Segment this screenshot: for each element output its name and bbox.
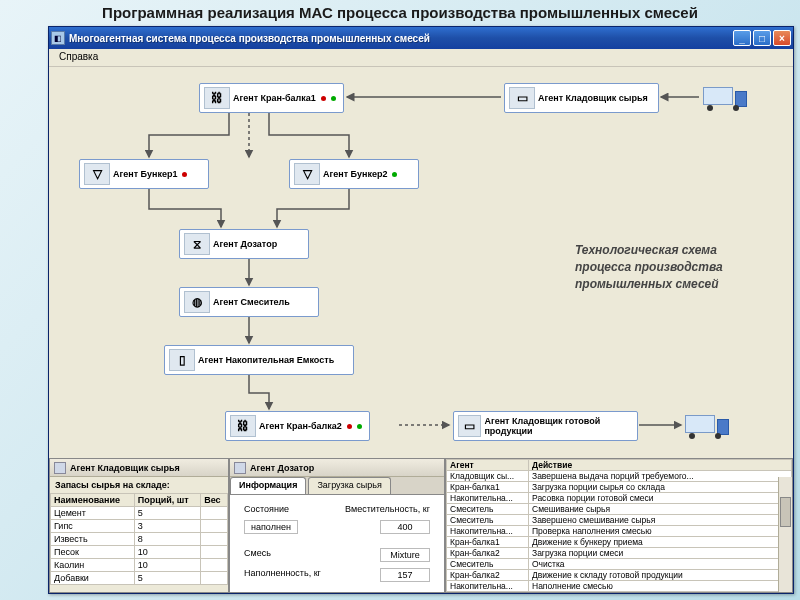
agent-crane1[interactable]: ⛓Агент Кран-балка1 [199,83,344,113]
capacity-label: Вместительность, кг [345,504,430,514]
panel-title[interactable]: Агент Дозатор [230,459,444,477]
col-portions[interactable]: Порций, шт [134,494,200,507]
tab-info[interactable]: Информация [230,477,306,494]
table-row: Известь8 [51,533,228,546]
table-row: СмесительЗавершено смешивание сырья [447,515,792,526]
table-row: Каолин10 [51,559,228,572]
log-table: АгентДействие Кладовщик сы...Завершена в… [446,459,792,592]
app-window: ◧ Многоагентная система процесса произво… [48,26,794,594]
window-title: Многоагентная система процесса производс… [69,33,733,44]
dozator-icon: ⧖ [184,233,210,255]
slide-title: Программная реализация МАС процесса прои… [0,0,800,25]
app-icon: ◧ [51,31,65,45]
menubar: Справка [49,49,793,67]
agent-label: Агент Бункер1 [113,169,177,179]
truck-in-icon [703,85,747,111]
panel-icon [54,462,66,474]
close-button[interactable]: × [773,30,791,46]
fill-label: Наполненность, кг [244,568,321,582]
info-body: СостояниеВместительность, кг наполнен400… [230,495,444,592]
table-row: Добавки5 [51,572,228,585]
titlebar[interactable]: ◧ Многоагентная система процесса произво… [49,27,793,49]
col-weight[interactable]: Вес [201,494,228,507]
agent-storekeeper-raw[interactable]: ▭Агент Кладовщик сырья [504,83,659,113]
menu-help[interactable]: Справка [55,51,102,62]
truck-out-icon [685,413,729,439]
table-row: Кран-балка1Движение к бункеру приема [447,537,792,548]
tabs: Информация Загрузка сырья [230,477,444,495]
state-label: Состояние [244,504,289,514]
table-row: Накопительна...Наполнение смесью [447,581,792,592]
agent-dozator[interactable]: ⧖Агент Дозатор [179,229,309,259]
crane-icon: ⛓ [230,415,256,437]
table-row: СмесительСмешивание сырья [447,504,792,515]
mixer-icon: ◍ [184,291,210,313]
crane-icon: ⛓ [204,87,230,109]
table-row: Накопительна...Расовка порции готовой см… [447,493,792,504]
warehouse-icon: ▭ [458,415,481,437]
table-row: Кран-балка2Загрузка порции смеси [447,548,792,559]
agent-label: Агент Смеситель [213,297,290,307]
fill-value: 157 [380,568,430,582]
panel-title-text: Агент Дозатор [250,463,314,473]
bunker-icon: ▽ [84,163,110,185]
col-action[interactable]: Действие [529,460,792,471]
table-row: Кладовщик сы...Завершена выдача порций т… [447,471,792,482]
table-row: Песок10 [51,546,228,559]
agent-bunker1[interactable]: ▽Агент Бункер1 [79,159,209,189]
diagram-canvas: ⛓Агент Кран-балка1 ▭Агент Кладовщик сырь… [49,67,793,457]
panel-dozator: Агент Дозатор Информация Загрузка сырья … [229,458,445,593]
agent-storekeeper-out[interactable]: ▭Агент Кладовщик готовой продукции [453,411,638,441]
table-row: Цемент5 [51,507,228,520]
agent-label: Агент Кладовщик сырья [538,93,648,103]
col-name[interactable]: Наименование [51,494,135,507]
agent-label: Агент Кран-балка2 [259,421,342,431]
agent-bunker2[interactable]: ▽Агент Бункер2 [289,159,419,189]
panel-log: АгентДействие Кладовщик сы...Завершена в… [445,458,793,593]
panel-title-text: Агент Кладовщик сырья [70,463,180,473]
bunker-icon: ▽ [294,163,320,185]
mix-value: Mixture [380,548,430,562]
agent-label: Агент Бункер2 [323,169,387,179]
capacity-value: 400 [380,520,430,534]
agent-crane2[interactable]: ⛓Агент Кран-балка2 [225,411,370,441]
mix-label: Смесь [244,548,271,562]
agent-mixer[interactable]: ◍Агент Смеситель [179,287,319,317]
scheme-caption: Технологическая схема процесса производс… [575,242,765,292]
agent-storage-tank[interactable]: ▯Агент Накопительная Емкость [164,345,354,375]
tab-load[interactable]: Загрузка сырья [308,477,390,494]
table-row: Кран-балка1Загрузка порции сырья со скла… [447,482,792,493]
table-row: Кран-балка2Движение к складу готовой про… [447,570,792,581]
agent-label: Агент Дозатор [213,239,277,249]
stock-table: НаименованиеПорций, штВес Цемент5 Гипс3 … [50,493,228,585]
state-value: наполнен [244,520,298,534]
scroll-thumb[interactable] [780,497,791,527]
agent-label: Агент Кладовщик готовой продукции [484,416,633,436]
panel-title[interactable]: Агент Кладовщик сырья [50,459,228,477]
scrollbar-vertical[interactable] [778,477,792,592]
tank-icon: ▯ [169,349,195,371]
table-row: Накопительна...Проверка наполнения смесь… [447,526,792,537]
table-row: СмесительОчистка [447,559,792,570]
agent-label: Агент Накопительная Емкость [198,355,334,365]
maximize-button[interactable]: □ [753,30,771,46]
bottom-panels: Агент Кладовщик сырья Запасы сырья на ск… [49,458,793,593]
minimize-button[interactable]: _ [733,30,751,46]
warehouse-icon: ▭ [509,87,535,109]
panel-subtitle: Запасы сырья на складе: [50,477,228,493]
col-agent[interactable]: Агент [447,460,529,471]
agent-label: Агент Кран-балка1 [233,93,316,103]
panel-icon [234,462,246,474]
panel-storekeeper: Агент Кладовщик сырья Запасы сырья на ск… [49,458,229,593]
table-row: Гипс3 [51,520,228,533]
